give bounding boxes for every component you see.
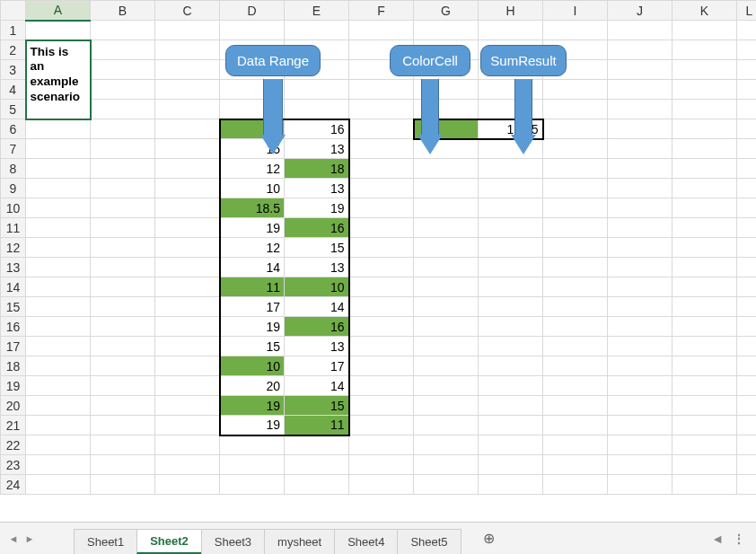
col-header-C[interactable]: C (155, 1, 220, 21)
row-header-13[interactable]: 13 (1, 258, 26, 277)
cell-F11[interactable] (349, 218, 414, 238)
cell-J14[interactable] (608, 277, 672, 297)
cell-G18[interactable] (414, 356, 479, 376)
cell-A20[interactable] (26, 396, 91, 416)
cell-K18[interactable] (672, 356, 737, 376)
cell-A17[interactable] (26, 337, 91, 356)
col-header-H[interactable]: H (479, 1, 543, 21)
cell-C13[interactable] (155, 258, 220, 277)
cell-K14[interactable] (672, 277, 737, 297)
cell-A16[interactable] (26, 317, 91, 337)
cell-J12[interactable] (608, 238, 672, 258)
row-header-7[interactable]: 7 (1, 139, 26, 159)
cell-H12[interactable] (479, 238, 543, 258)
cell-J11[interactable] (608, 218, 672, 238)
cell-G17[interactable] (414, 337, 479, 356)
row-header-21[interactable]: 21 (1, 416, 26, 435)
cell-B20[interactable] (91, 396, 155, 416)
cell-K21[interactable] (672, 416, 737, 435)
cell-D17[interactable]: 15 (220, 337, 285, 356)
cell-E21[interactable]: 11 (285, 416, 349, 435)
cell-C11[interactable] (155, 218, 220, 238)
cell-E24[interactable] (285, 475, 349, 495)
cell-I4[interactable] (543, 80, 608, 100)
cell-J9[interactable] (608, 179, 672, 198)
cell-F7[interactable] (349, 139, 414, 159)
cell-F21[interactable] (349, 416, 414, 435)
cell-B5[interactable] (91, 100, 155, 119)
cell-C17[interactable] (155, 337, 220, 356)
cell-B13[interactable] (91, 258, 155, 277)
cell-L15[interactable] (737, 297, 757, 317)
cell-C14[interactable] (155, 277, 220, 297)
cell-H20[interactable] (479, 396, 543, 416)
cell-H13[interactable] (479, 258, 543, 277)
cell-C18[interactable] (155, 356, 220, 376)
cell-G8[interactable] (414, 159, 479, 179)
row-header-23[interactable]: 23 (1, 455, 26, 475)
cell-E20[interactable]: 15 (285, 396, 349, 416)
cell-B18[interactable] (91, 356, 155, 376)
sheet-tab-sheet4[interactable]: Sheet4 (334, 529, 398, 554)
col-header-I[interactable]: I (543, 1, 608, 21)
cell-I20[interactable] (543, 396, 608, 416)
cell-L11[interactable] (737, 218, 757, 238)
cell-F6[interactable] (349, 119, 414, 139)
cell-J19[interactable] (608, 376, 672, 396)
cell-F1[interactable] (349, 21, 414, 40)
cell-G16[interactable] (414, 317, 479, 337)
cell-A13[interactable] (26, 258, 91, 277)
cell-D15[interactable]: 17 (220, 297, 285, 317)
cell-D24[interactable] (220, 475, 285, 495)
tab-options-icon[interactable]: ⋮ (733, 532, 747, 546)
cell-B12[interactable] (91, 238, 155, 258)
cell-A2[interactable]: This is an example scenario (26, 40, 91, 119)
row-header-11[interactable]: 11 (1, 218, 26, 238)
cell-K10[interactable] (672, 198, 737, 218)
cell-H14[interactable] (479, 277, 543, 297)
cell-F19[interactable] (349, 376, 414, 396)
cell-K22[interactable] (672, 435, 737, 455)
cell-G20[interactable] (414, 396, 479, 416)
cell-K23[interactable] (672, 455, 737, 475)
cell-L16[interactable] (737, 317, 757, 337)
col-header-K[interactable]: K (672, 1, 737, 21)
cell-E18[interactable]: 17 (285, 356, 349, 376)
row-header-24[interactable]: 24 (1, 475, 26, 495)
sheet-tab-sheet2[interactable]: Sheet2 (136, 529, 202, 554)
cell-F8[interactable] (349, 159, 414, 179)
cell-L5[interactable] (737, 100, 757, 119)
sheet-tab-mysheet[interactable]: mysheet (264, 529, 335, 554)
cell-L23[interactable] (737, 455, 757, 475)
tab-nav-next[interactable]: ► (22, 528, 38, 550)
cell-F10[interactable] (349, 198, 414, 218)
cell-B23[interactable] (91, 455, 155, 475)
cell-B3[interactable] (91, 60, 155, 80)
cell-E10[interactable]: 19 (285, 198, 349, 218)
col-header-G[interactable]: G (414, 1, 479, 21)
row-header-6[interactable]: 6 (1, 119, 26, 139)
cell-I19[interactable] (543, 376, 608, 396)
cell-E1[interactable] (285, 21, 349, 40)
cell-C4[interactable] (155, 80, 220, 100)
row-header-16[interactable]: 16 (1, 317, 26, 337)
cell-K8[interactable] (672, 159, 737, 179)
cell-L9[interactable] (737, 179, 757, 198)
cell-E6[interactable]: 16 (285, 119, 349, 139)
cell-K11[interactable] (672, 218, 737, 238)
cell-K13[interactable] (672, 258, 737, 277)
cell-I1[interactable] (543, 21, 608, 40)
cell-E23[interactable] (285, 455, 349, 475)
cell-K17[interactable] (672, 337, 737, 356)
cell-J10[interactable] (608, 198, 672, 218)
cell-G21[interactable] (414, 416, 479, 435)
cell-H11[interactable] (479, 218, 543, 238)
row-header-14[interactable]: 14 (1, 277, 26, 297)
cell-L18[interactable] (737, 356, 757, 376)
cell-J4[interactable] (608, 80, 672, 100)
cell-A23[interactable] (26, 455, 91, 475)
cell-B19[interactable] (91, 376, 155, 396)
row-header-17[interactable]: 17 (1, 337, 26, 356)
cell-C1[interactable] (155, 21, 220, 40)
cell-C23[interactable] (155, 455, 220, 475)
